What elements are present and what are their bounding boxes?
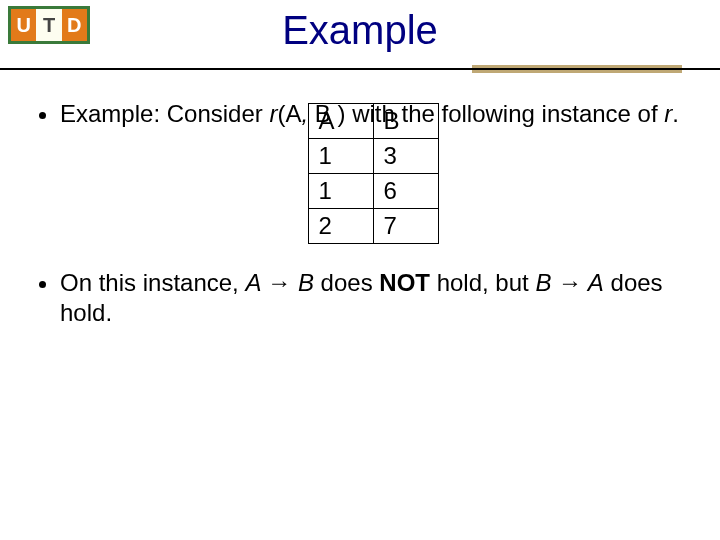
table-row: A B bbox=[308, 104, 438, 139]
table-row: 1 6 bbox=[308, 174, 438, 209]
table-cell: 7 bbox=[373, 209, 438, 244]
logo-letter-d: D bbox=[62, 9, 87, 41]
b2-A2: A bbox=[582, 269, 604, 296]
table-cell: 3 bbox=[373, 139, 438, 174]
b2-mid: does bbox=[314, 269, 379, 296]
slide-body: Example: Consider r(A, B ) with the foll… bbox=[0, 73, 720, 328]
slide-title: Example bbox=[0, 0, 720, 53]
rule-line bbox=[0, 68, 720, 70]
bullet-1: Example: Consider r(A, B ) with the foll… bbox=[60, 99, 686, 244]
logo-letter-t: T bbox=[36, 9, 61, 41]
b1-period: . bbox=[672, 100, 679, 127]
utd-logo: U T D bbox=[8, 6, 90, 44]
table-cell: 1 bbox=[308, 174, 373, 209]
logo-letter-u: U bbox=[11, 9, 36, 41]
table-cell: 1 bbox=[308, 139, 373, 174]
b2-pre: On this instance, bbox=[60, 269, 245, 296]
relation-table: A B 1 3 1 6 2 7 bbox=[308, 103, 439, 244]
b1-text-pre: Example: Consider bbox=[60, 100, 269, 127]
table-row: 2 7 bbox=[308, 209, 438, 244]
b1-paren-open: (A bbox=[277, 100, 301, 127]
b2-not: NOT bbox=[379, 269, 430, 296]
table-cell: 2 bbox=[308, 209, 373, 244]
bullet-2: On this instance, A → B does NOT hold, b… bbox=[60, 268, 686, 328]
b2-hold: hold, but bbox=[430, 269, 535, 296]
table-header-a: A bbox=[308, 104, 373, 139]
b2-B2: B bbox=[535, 269, 558, 296]
table-row: 1 3 bbox=[308, 139, 438, 174]
arrow-icon: → bbox=[558, 269, 582, 296]
b2-B: B bbox=[291, 269, 314, 296]
table-cell: 6 bbox=[373, 174, 438, 209]
arrow-icon: → bbox=[267, 269, 291, 296]
table-header-b: B bbox=[373, 104, 438, 139]
title-rule bbox=[0, 65, 720, 73]
b2-A: A bbox=[245, 269, 267, 296]
